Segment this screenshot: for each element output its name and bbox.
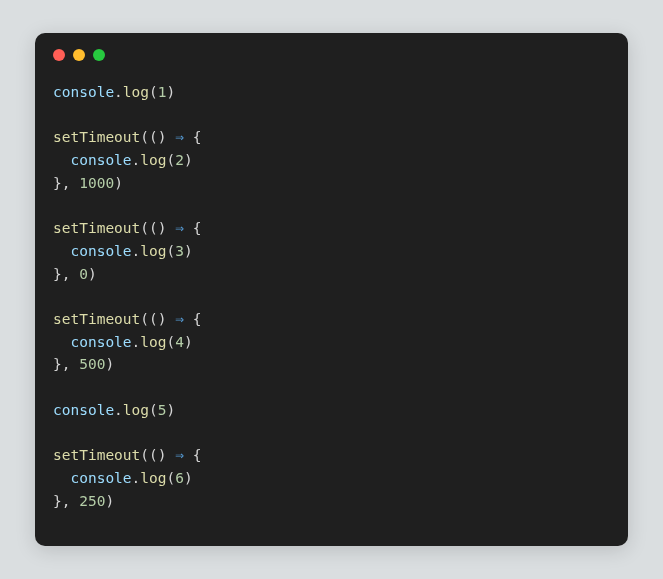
code-token: { xyxy=(184,220,201,236)
code-token: (( xyxy=(140,311,157,327)
code-token: 3 xyxy=(175,243,184,259)
code-token: . xyxy=(114,402,123,418)
code-token: log xyxy=(140,334,166,350)
code-token: console xyxy=(70,334,131,350)
code-line: console.log(2) xyxy=(53,149,610,172)
code-token: setTimeout xyxy=(53,129,140,145)
code-line xyxy=(53,376,610,399)
code-token xyxy=(53,470,70,486)
code-token: }, xyxy=(53,356,79,372)
code-token: ( xyxy=(167,243,176,259)
code-line: }, 0) xyxy=(53,263,610,286)
code-token: ⇒ xyxy=(175,447,184,463)
code-token: (( xyxy=(140,220,157,236)
code-token: { xyxy=(184,129,201,145)
code-token: }, xyxy=(53,175,79,191)
window-controls xyxy=(53,49,610,61)
code-token: 0 xyxy=(79,266,88,282)
code-token: ) xyxy=(184,152,193,168)
code-token: 4 xyxy=(175,334,184,350)
code-token: ) xyxy=(167,84,176,100)
code-token: ⇒ xyxy=(175,311,184,327)
code-token: { xyxy=(184,311,201,327)
code-token: ⇒ xyxy=(175,220,184,236)
code-token: }, xyxy=(53,493,79,509)
code-token: console xyxy=(53,402,114,418)
minimize-icon[interactable] xyxy=(73,49,85,61)
code-token: ) xyxy=(167,402,176,418)
code-token: setTimeout xyxy=(53,311,140,327)
code-line: console.log(5) xyxy=(53,399,610,422)
code-token: ) xyxy=(105,356,114,372)
code-token: log xyxy=(123,402,149,418)
code-token: console xyxy=(53,84,114,100)
code-token xyxy=(53,152,70,168)
code-line xyxy=(53,422,610,445)
code-token: log xyxy=(140,152,166,168)
code-token xyxy=(53,334,70,350)
code-token: console xyxy=(70,470,131,486)
code-token: 250 xyxy=(79,493,105,509)
code-token: ) xyxy=(184,243,193,259)
code-token: . xyxy=(132,243,141,259)
code-line xyxy=(53,285,610,308)
code-token: ) xyxy=(158,129,175,145)
code-token: ) xyxy=(158,311,175,327)
code-token: log xyxy=(140,243,166,259)
code-line: }, 500) xyxy=(53,353,610,376)
code-token: }, xyxy=(53,266,79,282)
code-token: ) xyxy=(184,334,193,350)
code-token: ) xyxy=(184,470,193,486)
code-line xyxy=(53,195,610,218)
code-token: setTimeout xyxy=(53,447,140,463)
code-line xyxy=(53,104,610,127)
code-token: log xyxy=(123,84,149,100)
code-token: ) xyxy=(105,493,114,509)
code-token: console xyxy=(70,243,131,259)
close-icon[interactable] xyxy=(53,49,65,61)
code-token: . xyxy=(114,84,123,100)
code-token: setTimeout xyxy=(53,220,140,236)
code-token: 1000 xyxy=(79,175,114,191)
code-token: ) xyxy=(158,447,175,463)
code-token: ) xyxy=(158,220,175,236)
code-line: setTimeout(() ⇒ { xyxy=(53,308,610,331)
code-token: 5 xyxy=(158,402,167,418)
code-token: ⇒ xyxy=(175,129,184,145)
code-token: . xyxy=(132,152,141,168)
code-line: }, 250) xyxy=(53,490,610,513)
code-token: . xyxy=(132,334,141,350)
code-line: setTimeout(() ⇒ { xyxy=(53,217,610,240)
code-token: console xyxy=(70,152,131,168)
code-line: console.log(4) xyxy=(53,331,610,354)
code-line: console.log(3) xyxy=(53,240,610,263)
code-token: ( xyxy=(149,402,158,418)
code-token: ( xyxy=(167,470,176,486)
code-line: setTimeout(() ⇒ { xyxy=(53,444,610,467)
code-token: 6 xyxy=(175,470,184,486)
code-token: 1 xyxy=(158,84,167,100)
code-token: log xyxy=(140,470,166,486)
code-token: 500 xyxy=(79,356,105,372)
code-line: setTimeout(() ⇒ { xyxy=(53,126,610,149)
code-content: console.log(1) setTimeout(() ⇒ { console… xyxy=(53,81,610,512)
code-token: ( xyxy=(167,334,176,350)
code-token: 2 xyxy=(175,152,184,168)
code-token xyxy=(53,243,70,259)
code-line: console.log(6) xyxy=(53,467,610,490)
maximize-icon[interactable] xyxy=(93,49,105,61)
code-token: ( xyxy=(167,152,176,168)
code-token: ) xyxy=(88,266,97,282)
code-window: console.log(1) setTimeout(() ⇒ { console… xyxy=(35,33,628,546)
code-token: ) xyxy=(114,175,123,191)
code-token: (( xyxy=(140,129,157,145)
code-line: console.log(1) xyxy=(53,81,610,104)
code-token: { xyxy=(184,447,201,463)
code-line: }, 1000) xyxy=(53,172,610,195)
code-token: (( xyxy=(140,447,157,463)
code-token: . xyxy=(132,470,141,486)
code-token: ( xyxy=(149,84,158,100)
